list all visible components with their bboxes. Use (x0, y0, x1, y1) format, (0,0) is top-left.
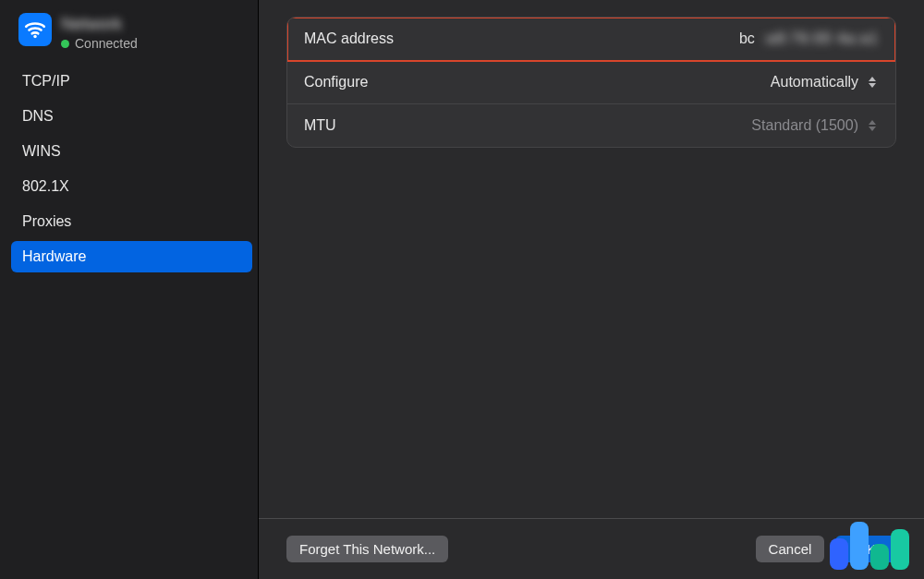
status-text: Connected (75, 36, 138, 51)
footer-right: Cancel OK (756, 536, 896, 562)
status-dot-icon (61, 40, 69, 48)
status-line: Connected (61, 36, 138, 51)
mac-address-label: MAC address (304, 30, 394, 47)
sidebar-item-wins[interactable]: WINS (11, 136, 252, 167)
mac-address-row: MAC address bc:a8:76:00 4a:a1 (287, 18, 895, 61)
cancel-button[interactable]: Cancel (756, 536, 825, 562)
configure-label: Configure (304, 74, 368, 90)
sidebar-item-tcpip[interactable]: TCP/IP (11, 66, 252, 97)
configure-value-group: Automatically (771, 74, 879, 90)
sidebar-item-8021x[interactable]: 802.1X (11, 171, 252, 202)
configure-value: Automatically (771, 74, 858, 90)
sidebar-item-dns[interactable]: DNS (11, 101, 252, 132)
mtu-value: Standard (1500) (751, 117, 858, 134)
configure-row[interactable]: Configure Automatically (287, 61, 895, 104)
wifi-header: Network Connected (9, 9, 258, 64)
sidebar: Network Connected TCP/IP DNS WINS 802.1X… (0, 0, 259, 579)
sidebar-nav: TCP/IP DNS WINS 802.1X Proxies Hardware (9, 64, 258, 274)
sidebar-item-proxies[interactable]: Proxies (11, 206, 252, 237)
sidebar-item-hardware[interactable]: Hardware (11, 241, 252, 272)
network-name: Network (61, 15, 138, 34)
chevron-updown-icon[interactable] (866, 117, 879, 134)
hardware-settings-card: MAC address bc:a8:76:00 4a:a1 Configure … (286, 17, 896, 148)
mtu-label: MTU (304, 117, 336, 134)
mac-address-value: bc:a8:76:00 4a:a1 (739, 30, 879, 47)
svg-point-0 (33, 35, 36, 38)
mac-address-blurred: :a8:76:00 4a:a1 (762, 30, 879, 47)
forget-network-button[interactable]: Forget This Network... (286, 536, 448, 562)
wifi-icon (18, 13, 52, 46)
mtu-value-group: Standard (1500) (751, 117, 879, 134)
mtu-row[interactable]: MTU Standard (1500) (287, 104, 895, 147)
main-pane: MAC address bc:a8:76:00 4a:a1 Configure … (259, 0, 924, 579)
chevron-updown-icon[interactable] (866, 74, 879, 90)
wifi-titles: Network Connected (61, 13, 138, 51)
ok-button[interactable]: OK (835, 536, 896, 562)
footer-bar: Forget This Network... Cancel OK (259, 518, 924, 579)
mac-address-visible: bc (739, 30, 755, 47)
